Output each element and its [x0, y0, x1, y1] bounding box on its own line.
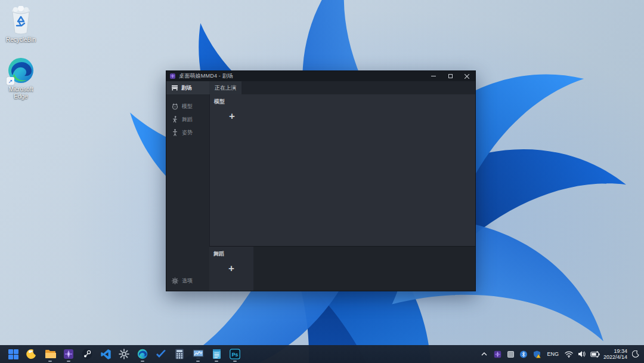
- photoshop-icon: Ps: [230, 349, 240, 359]
- svg-text:Ps: Ps: [232, 352, 239, 358]
- file-explorer-button[interactable]: [42, 346, 58, 362]
- minimize-icon: [431, 76, 436, 76]
- start-button[interactable]: [5, 346, 21, 362]
- tray-security-shield-icon[interactable]: [532, 349, 541, 359]
- notepad-icon: [212, 349, 221, 359]
- app-icon: [169, 73, 176, 79]
- steam-icon: [82, 349, 92, 359]
- sidebar-item-poses[interactable]: 姿势: [166, 126, 209, 139]
- moon-weather-icon: [26, 349, 37, 359]
- recycle-bin-label: RecycleBin: [6, 36, 36, 44]
- running-indicator: [215, 361, 218, 362]
- desktop: RecycleBin ↗: [0, 0, 644, 363]
- system-tray: ENG: [479, 345, 644, 363]
- photoshop-button[interactable]: Ps: [227, 346, 243, 362]
- running-indicator: [196, 361, 200, 362]
- taskbar-apps: Ps: [0, 346, 243, 362]
- sidebar-spacer: [166, 139, 209, 274]
- windows-start-icon: [8, 349, 18, 359]
- taskbar-clock[interactable]: 19:34 2022/4/14: [603, 348, 627, 360]
- focus-moon-icon[interactable]: [631, 349, 640, 359]
- desktopmmd-taskbar-button[interactable]: [61, 346, 76, 362]
- desktop-icon-microsoft-edge[interactable]: ↗ Microsoft Edge: [1, 57, 41, 100]
- recycle-bin-icon: [8, 6, 34, 35]
- sidebar-item-poses-label: 姿势: [182, 129, 193, 137]
- calculator-button[interactable]: [172, 346, 187, 362]
- running-indicator: [67, 361, 70, 362]
- dance-icon: [172, 116, 178, 123]
- sidebar-item-theater-label: 剧场: [181, 84, 192, 92]
- folder-icon: [45, 349, 56, 359]
- window-nav-row: 剧场 正在上演: [166, 81, 475, 94]
- sidebar-item-models[interactable]: 模型: [166, 100, 209, 113]
- tab-now-showing-label: 正在上演: [215, 84, 236, 92]
- desktopmmd-icon: [63, 349, 74, 359]
- tray-desktopmmd-icon[interactable]: [493, 349, 502, 359]
- sidebar-item-theater[interactable]: 剧场: [166, 81, 209, 94]
- tray-time: 19:34: [603, 348, 627, 354]
- vscode-icon: [101, 349, 111, 359]
- minimize-button[interactable]: [425, 71, 442, 81]
- running-indicator: [141, 361, 144, 362]
- tray-date: 2022/4/14: [603, 354, 627, 360]
- monitor-app-button[interactable]: [190, 346, 206, 362]
- maximize-icon: [448, 74, 453, 78]
- running-indicator: [233, 361, 237, 362]
- theater-icon: [171, 85, 178, 91]
- sidebar-item-dances[interactable]: 舞蹈: [166, 113, 209, 126]
- window-body: 模型 舞蹈 姿势: [166, 94, 475, 291]
- tray-app-square-icon[interactable]: [506, 349, 515, 359]
- window-titlebar[interactable]: 桌面萌娘MMD4 - 剧场: [166, 71, 475, 81]
- wifi-icon[interactable]: [564, 349, 574, 359]
- steam-button[interactable]: [79, 346, 95, 362]
- language-indicator[interactable]: ENG: [545, 351, 561, 357]
- models-section-label: 模型: [214, 98, 225, 106]
- app-window: 桌面萌娘MMD4 - 剧场 剧场: [166, 70, 476, 291]
- add-dance-button[interactable]: +: [224, 261, 239, 276]
- edge-taskbar-button[interactable]: [135, 346, 150, 362]
- edge-label: Microsoft Edge: [1, 86, 41, 100]
- pose-icon: [172, 129, 178, 136]
- dance-panel: 舞蹈 +: [209, 247, 253, 291]
- battery-charging-icon[interactable]: [590, 349, 600, 359]
- tray-chevron-up-icon[interactable]: [479, 349, 489, 359]
- desktop-icon-area: RecycleBin ↗: [1, 6, 41, 113]
- sidebar-item-models-label: 模型: [182, 103, 193, 110]
- add-model-button[interactable]: +: [224, 109, 240, 124]
- check-app-button[interactable]: [153, 346, 169, 362]
- window-sidebar: 模型 舞蹈 姿势: [166, 94, 209, 291]
- blue-check-icon: [156, 350, 166, 358]
- taskbar: Ps: [0, 345, 644, 363]
- window-controls: [425, 71, 475, 81]
- tab-now-showing[interactable]: 正在上演: [209, 81, 242, 94]
- shortcut-arrow-icon: ↗: [7, 77, 14, 85]
- volume-icon[interactable]: [577, 349, 587, 359]
- close-icon: [465, 74, 469, 79]
- theater-main-area: 模型 + 舞蹈 +: [209, 94, 475, 291]
- running-indicator: [48, 361, 52, 362]
- desktop-icon-recycle-bin[interactable]: RecycleBin: [1, 6, 41, 44]
- model-icon: [172, 103, 178, 110]
- dance-strip: 舞蹈 +: [209, 246, 475, 291]
- dance-section-label: 舞蹈: [213, 250, 224, 258]
- window-title: 桌面萌娘MMD4 - 剧场: [179, 72, 233, 80]
- calculator-icon: [175, 349, 184, 359]
- settings-button[interactable]: [116, 346, 132, 362]
- notepad-button[interactable]: [209, 346, 224, 362]
- weather-button[interactable]: [24, 346, 39, 362]
- tray-bluetooth-icon[interactable]: [519, 349, 528, 359]
- sidebar-item-options-label: 选项: [182, 277, 193, 285]
- sidebar-item-options[interactable]: 选项: [166, 274, 209, 287]
- dance-track-area: [253, 247, 475, 291]
- models-panel: 模型 +: [209, 94, 475, 246]
- close-button[interactable]: [459, 71, 475, 81]
- settings-gear-icon: [119, 349, 129, 359]
- system-monitor-icon: [193, 349, 204, 359]
- vscode-button[interactable]: [98, 346, 113, 362]
- maximize-button[interactable]: [442, 71, 459, 81]
- sidebar-item-dances-label: 舞蹈: [182, 116, 193, 124]
- edge-taskbar-icon: [137, 349, 148, 359]
- gear-icon: [172, 278, 178, 284]
